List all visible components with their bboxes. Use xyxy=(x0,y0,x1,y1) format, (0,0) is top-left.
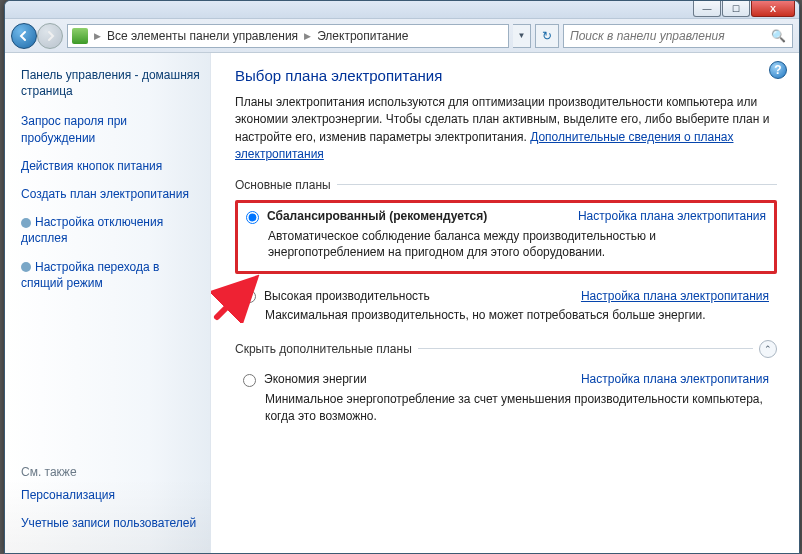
sidebar-link-user-accounts[interactable]: Учетные записи пользователей xyxy=(21,515,200,531)
back-forward-group xyxy=(11,23,63,49)
sidebar: Панель управления - домашняя страница За… xyxy=(5,53,211,553)
plan-eco-radio[interactable] xyxy=(243,374,256,387)
sidebar-link-personalization[interactable]: Персонализация xyxy=(21,487,200,503)
search-icon: 🔍 xyxy=(771,29,786,43)
plan-eco-settings-link[interactable]: Настройка плана электропитания xyxy=(581,372,769,386)
content-row: Панель управления - домашняя страница За… xyxy=(5,53,799,553)
plan-balanced: Сбалансированный (рекомендуется) Настрой… xyxy=(235,200,777,275)
maximize-button[interactable]: ☐ xyxy=(722,1,750,17)
main-pane: ? Выбор плана электропитания Планы элект… xyxy=(211,53,799,553)
chevron-right-icon: ▶ xyxy=(304,31,311,41)
nav-bar: ▶ Все элементы панели управления ▶ Элект… xyxy=(5,19,799,53)
sidebar-home-link[interactable]: Панель управления - домашняя страница xyxy=(21,67,200,99)
plan-eco-desc: Минимальное энергопотребление за счет ум… xyxy=(265,391,769,425)
group-main-plans: Основные планы Сбалансированный (рекомен… xyxy=(235,178,777,334)
sidebar-link-display-off[interactable]: Настройка отключения дисплея xyxy=(21,214,200,246)
group-caption: Основные планы xyxy=(235,178,331,192)
chevron-right-icon: ▶ xyxy=(94,31,101,41)
search-input[interactable] xyxy=(570,29,771,43)
group-extra-caption: Скрыть дополнительные планы xyxy=(235,342,412,356)
see-also-heading: См. также xyxy=(21,465,200,479)
back-button[interactable] xyxy=(11,23,37,49)
plan-high-radio[interactable] xyxy=(243,290,256,303)
refresh-button[interactable]: ↻ xyxy=(535,24,559,48)
sidebar-link-password[interactable]: Запрос пароля при пробуждении xyxy=(21,113,200,145)
breadcrumb-item[interactable]: Все элементы панели управления xyxy=(107,29,298,43)
address-dropdown-button[interactable]: ▼ xyxy=(513,24,531,48)
sidebar-link-buttons[interactable]: Действия кнопок питания xyxy=(21,158,200,174)
plan-high-desc: Максимальная производительность, но може… xyxy=(265,307,769,324)
group-extra-plans: Скрыть дополнительные планы ⌃ Экономия э… xyxy=(235,340,777,435)
sidebar-link-create-plan[interactable]: Создать план электропитания xyxy=(21,186,200,202)
page-title: Выбор плана электропитания xyxy=(235,67,777,84)
bullet-icon xyxy=(21,262,31,272)
plan-eco-title: Экономия энергии xyxy=(264,372,581,386)
address-bar[interactable]: ▶ Все элементы панели управления ▶ Элект… xyxy=(67,24,509,48)
plan-high-settings-link[interactable]: Настройка плана электропитания xyxy=(581,289,769,303)
plan-power-saver: Экономия энергии Настройка плана электро… xyxy=(235,366,777,435)
plan-balanced-desc: Автоматическое соблюдение баланса между … xyxy=(268,228,766,262)
window: — ☐ X ▶ Все элементы панели управления ▶… xyxy=(4,0,800,554)
intro-text: Планы электропитания используются для оп… xyxy=(235,94,777,164)
bullet-icon xyxy=(21,218,31,228)
minimize-button[interactable]: — xyxy=(693,1,721,17)
control-panel-icon xyxy=(72,28,88,44)
plan-balanced-radio[interactable] xyxy=(246,211,259,224)
plan-high-title: Высокая производительность xyxy=(264,289,581,303)
search-box[interactable]: 🔍 xyxy=(563,24,793,48)
plan-balanced-title: Сбалансированный (рекомендуется) xyxy=(267,209,578,223)
plan-balanced-settings-link[interactable]: Настройка плана электропитания xyxy=(578,209,766,223)
help-icon[interactable]: ? xyxy=(769,61,787,79)
plan-high-performance: Высокая производительность Настройка пла… xyxy=(235,282,777,334)
forward-button[interactable] xyxy=(37,23,63,49)
sidebar-link-sleep[interactable]: Настройка перехода в спящий режим xyxy=(21,259,200,291)
collapse-button[interactable]: ⌃ xyxy=(759,340,777,358)
breadcrumb-item[interactable]: Электропитание xyxy=(317,29,408,43)
close-button[interactable]: X xyxy=(751,1,795,17)
titlebar: — ☐ X xyxy=(5,1,799,19)
